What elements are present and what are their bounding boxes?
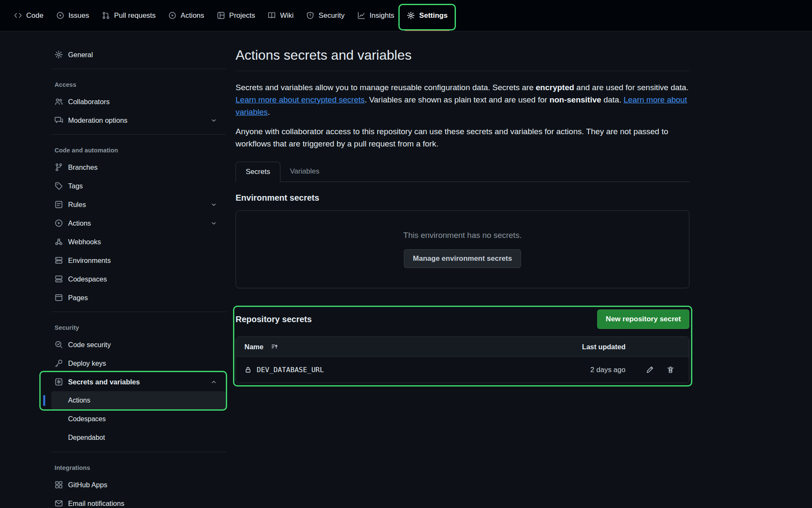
sidebar-subitem-dependabot[interactable]: Dependabot: [51, 428, 226, 447]
sidebar-section-security: Security: [51, 317, 226, 335]
tab-secrets[interactable]: Secrets: [236, 162, 280, 182]
column-header-name[interactable]: Name: [244, 343, 554, 351]
sidebar-subitem-actions[interactable]: Actions: [51, 391, 226, 410]
sidebar-item-email-notifications[interactable]: Email notifications: [51, 494, 226, 508]
tag-icon: [55, 182, 63, 190]
trash-icon[interactable]: [667, 366, 675, 374]
git-branch-icon: [55, 163, 63, 171]
sidebar-item-codespaces[interactable]: Codespaces: [51, 270, 226, 288]
intro-bold-encrypted: encrypted: [536, 83, 574, 92]
chevron-down-icon: [211, 202, 217, 208]
sidebar-item-label: Codespaces: [68, 275, 107, 283]
secrets-table-header: Name Last updated: [236, 337, 689, 356]
secrets-table: Name Last updated DEV_DATABASE_URL 2 day…: [236, 337, 689, 383]
sidebar-item-pages[interactable]: Pages: [51, 288, 226, 307]
active-tab-underline: [405, 30, 450, 31]
nav-tab-wiki[interactable]: Wiki: [261, 0, 300, 31]
codespaces-icon: [55, 275, 63, 283]
nav-tab-label: Wiki: [280, 11, 294, 20]
sidebar-divider: [51, 69, 226, 69]
graph-icon: [357, 11, 365, 19]
nav-tab-label: Code: [26, 11, 44, 20]
sidebar-item-deploy-keys[interactable]: Deploy keys: [51, 354, 226, 373]
shield-icon: [306, 11, 314, 19]
intro-bold-non-sensitive: non-sensitive: [549, 95, 601, 104]
link-encrypted-secrets[interactable]: Learn more about encrypted secrets: [236, 95, 365, 104]
sidebar-item-label: Deploy keys: [68, 359, 106, 367]
sidebar-subitem-label: Codespaces: [68, 415, 106, 423]
sidebar-item-github-apps[interactable]: GitHub Apps: [51, 475, 226, 494]
sidebar-item-collaborators[interactable]: Collaborators: [51, 92, 226, 111]
checklist-icon: [55, 200, 63, 209]
people-icon: [55, 97, 63, 106]
sidebar-item-branches[interactable]: Branches: [51, 158, 226, 177]
git-pull-request-icon: [102, 11, 110, 19]
environment-secrets-heading: Environment secrets: [236, 193, 689, 203]
gear-icon: [407, 11, 415, 19]
table-icon: [217, 11, 225, 19]
pencil-icon[interactable]: [646, 366, 654, 374]
nav-tab-projects[interactable]: Projects: [211, 0, 261, 31]
nav-tab-actions[interactable]: Actions: [162, 0, 211, 31]
sidebar-item-actions[interactable]: Actions: [51, 214, 226, 232]
column-header-last-updated: Last updated: [554, 343, 625, 351]
sidebar-item-label: Actions: [68, 219, 91, 227]
sidebar-item-label: Collaborators: [68, 98, 110, 106]
nav-tab-label: Pull requests: [114, 11, 156, 20]
secrets-highlight-group: Secrets and variables Actions: [51, 373, 226, 410]
sort-asc-icon: [271, 343, 278, 351]
sidebar-item-label: Moderation options: [68, 116, 127, 124]
sidebar-item-label: Email notifications: [68, 500, 124, 508]
secret-name-cell: DEV_DATABASE_URL: [244, 366, 554, 374]
lock-icon: [244, 366, 252, 373]
sidebar-item-general[interactable]: General: [51, 45, 226, 64]
sidebar-divider: [51, 134, 226, 135]
intro-paragraph: Secrets and variables allow you to manag…: [236, 81, 689, 118]
intro-text: and are used for sensitive data.: [574, 83, 689, 92]
sidebar-item-code-security[interactable]: Code security: [51, 335, 226, 354]
tab-variables[interactable]: Variables: [280, 162, 329, 182]
secret-updated: 2 days ago: [554, 366, 625, 374]
nav-tab-insights[interactable]: Insights: [351, 0, 401, 31]
sidebar-item-moderation-options[interactable]: Moderation options: [51, 111, 226, 130]
nav-tab-pull-requests[interactable]: Pull requests: [96, 0, 162, 31]
sidebar-item-rules[interactable]: Rules: [51, 195, 226, 214]
settings-tab-highlight: Settings: [401, 0, 454, 31]
webhook-icon: [55, 237, 63, 246]
sidebar-item-label: General: [68, 51, 93, 59]
sidebar-item-label: Secrets and variables: [68, 378, 140, 386]
sidebar-item-label: Rules: [68, 201, 86, 209]
intro-text: Secrets and variables allow you to manag…: [236, 83, 536, 92]
new-repository-secret-button[interactable]: New repository secret: [597, 309, 689, 329]
sidebar-item-label: Pages: [68, 294, 88, 302]
intro-text: data.: [601, 95, 624, 104]
play-icon: [55, 219, 63, 227]
sidebar-item-webhooks[interactable]: Webhooks: [51, 232, 226, 251]
nav-tab-label: Security: [318, 11, 344, 20]
sidebar-subitem-codespaces[interactable]: Codespaces: [51, 410, 226, 428]
key-asterisk-icon: [55, 378, 63, 386]
nav-tab-label: Actions: [181, 11, 204, 20]
browser-icon: [55, 293, 63, 302]
sidebar-item-label: Webhooks: [68, 238, 101, 246]
nav-tab-settings[interactable]: Settings: [401, 0, 454, 31]
sidebar-item-secrets-and-variables[interactable]: Secrets and variables: [51, 373, 226, 391]
nav-tab-issues[interactable]: Issues: [50, 0, 96, 31]
repository-secrets-section: Repository secrets New repository secret…: [236, 309, 689, 383]
sidebar-item-label: Code security: [68, 341, 111, 349]
book-icon: [268, 11, 276, 19]
nav-tab-security[interactable]: Security: [300, 0, 351, 31]
column-header-label: Name: [244, 343, 263, 351]
main-content: Actions secrets and variables Secrets an…: [236, 31, 689, 383]
code-icon: [14, 11, 22, 19]
intro-paragraph-2: Anyone with collaborator access to this …: [236, 125, 689, 150]
manage-environment-secrets-button[interactable]: Manage environment secrets: [404, 249, 521, 268]
environment-secrets-box: This environment has no secrets. Manage …: [236, 210, 689, 288]
sidebar-item-tags[interactable]: Tags: [51, 177, 226, 195]
environment-empty-text: This environment has no secrets.: [403, 231, 522, 240]
codescan-icon: [55, 340, 63, 349]
sidebar-item-environments[interactable]: Environments: [51, 251, 226, 270]
nav-tab-code[interactable]: Code: [8, 0, 50, 31]
sidebar-subitem-label: Dependabot: [68, 434, 105, 442]
repository-secrets-header: Repository secrets New repository secret: [236, 309, 689, 329]
